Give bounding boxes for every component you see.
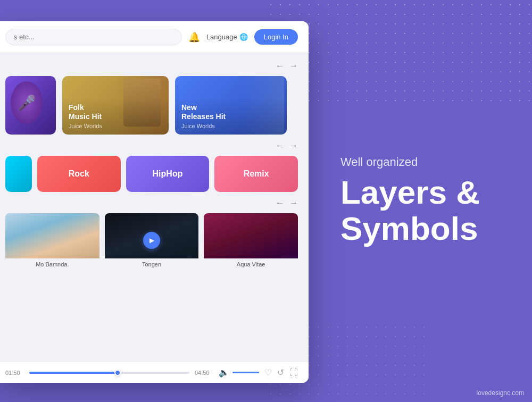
song-img-3 [204, 213, 298, 258]
bell-icon[interactable]: 🔔 [188, 31, 200, 43]
song-thumb-aqua [204, 213, 298, 258]
genre-row: Rock HipHop Remix [5, 156, 298, 192]
new-releases-card-text: NewReleases Hit Juice Worlds [175, 98, 287, 135]
player-bar: 01:50 04:50 🔈 ♡ ↺ ⛶ [0, 362, 309, 383]
song-thumb-mo [5, 213, 99, 258]
language-label: Language [206, 33, 237, 41]
song-card-aqua[interactable]: Aqua Vitae [204, 213, 298, 267]
heading-layers-symbols: Layers & Symbols [340, 174, 480, 247]
songs-prev[interactable]: ← [276, 198, 284, 208]
songs-next[interactable]: → [289, 198, 298, 208]
song-name-mo: Mo Bamnda. [5, 258, 99, 267]
song-name-tongen: Tongen [105, 258, 199, 267]
folk-card-title: FolkMusic Hit [69, 103, 162, 121]
language-button[interactable]: Language 🌐 [206, 33, 248, 41]
heading-line1: Layers & [340, 174, 480, 211]
header-icons: 🔔 Language 🌐 Login In [188, 29, 298, 45]
folk-card-subtitle: Juice Worlds [69, 123, 162, 129]
song-card-tongen[interactable]: ▶ Tongen [105, 213, 199, 267]
featured-prev[interactable]: ← [276, 61, 284, 71]
genre-prev[interactable]: ← [276, 141, 284, 150]
volume-area: 🔈 [219, 367, 259, 378]
featured-nav: ← → [5, 61, 298, 71]
new-releases-card[interactable]: NewReleases Hit Juice Worlds [175, 76, 287, 135]
mic-card[interactable]: 🎤 [5, 76, 56, 135]
folk-card-text: FolkMusic Hit Juice Worlds [62, 98, 169, 135]
genre-remix[interactable]: Remix [214, 156, 298, 192]
genre-next[interactable]: → [289, 141, 298, 150]
song-card-mo[interactable]: Mo Bamnda. [5, 213, 99, 267]
time-end: 04:50 [195, 370, 213, 376]
volume-track[interactable] [232, 372, 259, 373]
expand-icon[interactable]: ⛶ [289, 368, 298, 378]
right-panel: Well organized Layers & Symbols [309, 0, 532, 402]
heading-line2: Symbols [340, 210, 478, 247]
new-releases-subtitle: Juice Worlds [181, 123, 280, 129]
song-name-aqua: Aqua Vitae [204, 258, 298, 267]
progress-fill [29, 372, 118, 374]
genre-rock[interactable]: Rock [37, 156, 121, 192]
songs-nav: ← → [5, 198, 298, 208]
watermark: lovedesignc.com [477, 389, 524, 397]
search-input[interactable] [5, 29, 182, 45]
new-releases-title: NewReleases Hit [181, 103, 280, 121]
song-row: Mo Bamnda. ▶ Tongen Aqua Vitae [5, 213, 298, 267]
featured-row: 🎤 FolkMusic Hit Juice Worlds NewReleases… [5, 76, 298, 135]
folk-music-card[interactable]: FolkMusic Hit Juice Worlds [62, 76, 169, 135]
player-progress: 01:50 04:50 🔈 ♡ ↺ ⛶ [5, 367, 298, 378]
progress-track[interactable] [29, 372, 189, 374]
song-img-1 [5, 213, 99, 258]
app-header: 🔔 Language 🌐 Login In [0, 21, 309, 53]
repeat-icon[interactable]: ↺ [277, 367, 284, 378]
heart-icon[interactable]: ♡ [264, 367, 272, 378]
time-start: 01:50 [5, 370, 24, 376]
featured-next[interactable]: → [289, 61, 298, 71]
app-window: 🔔 Language 🌐 Login In ← → 🎤 Fol [0, 21, 309, 383]
genre-nav: ← → [5, 141, 298, 150]
volume-icon[interactable]: 🔈 [219, 367, 229, 378]
mic-visual: 🎤 [11, 81, 43, 124]
main-content: ← → 🎤 FolkMusic Hit Juice Worlds [0, 53, 309, 278]
translate-icon: 🌐 [239, 33, 248, 41]
progress-thumb[interactable] [114, 370, 121, 376]
login-button[interactable]: Login In [254, 29, 298, 45]
play-button[interactable]: ▶ [143, 232, 160, 249]
genre-cyan[interactable] [5, 156, 32, 192]
well-organized-label: Well organized [340, 155, 418, 169]
genre-hiphop[interactable]: HipHop [126, 156, 210, 192]
